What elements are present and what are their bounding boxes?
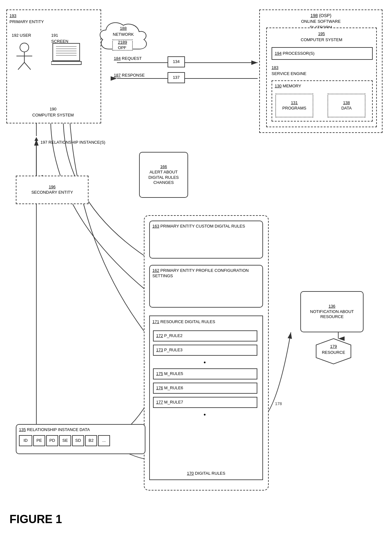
- profile-config-box: 162 PRIMARY ENTITY PROFILE CONFIGURATION…: [149, 265, 263, 308]
- network-label: 188 NETWORK: [104, 25, 142, 37]
- alert-box: 166 ALERT ABOUT DIGITAL RULES CHANGES: [139, 152, 188, 198]
- secondary-entity-box: 196 SECONDARY ENTITY: [16, 176, 89, 204]
- response-data-box: 137: [168, 72, 185, 83]
- request-data-box: 134: [168, 56, 185, 67]
- data-fields: ID PE PD SE SD B2 ...: [19, 435, 142, 446]
- field-sd: SD: [72, 435, 84, 446]
- p-rule3-box: 173 P_RULE3: [153, 345, 257, 356]
- memory-label: 130 MEMORY: [275, 83, 301, 89]
- m-rule5-box: 175 M_RULE5: [153, 368, 257, 379]
- svg-rect-23: [53, 43, 80, 61]
- processor-box: 194 PROCESSOR(S): [272, 47, 373, 60]
- computer-system-190-label: 190COMPUTER SYSTEM: [32, 106, 74, 118]
- primary-entity-box: 193 PRIMARY ENTITY 192 USER 191SCREEN: [6, 9, 101, 123]
- primary-entity-label: 193 PRIMARY ENTITY: [9, 13, 44, 25]
- resource-label: 179RESOURCE: [318, 343, 349, 355]
- m-rule7-box: 177 M_RULE7: [153, 397, 257, 408]
- computer-system-195-box: 195 COMPUTER SYSTEM 194 PROCESSOR(S) 183…: [266, 28, 377, 127]
- field-pd: PD: [46, 435, 58, 446]
- m-rule6-box: 176 M_RULE6: [153, 383, 257, 394]
- computer-system-195-label: 195 COMPUTER SYSTEM: [301, 31, 342, 43]
- osp-box: 198 (OSP) ONLINE SOFTWARE PLATFORM 195 C…: [259, 9, 383, 133]
- notification-box: 136NOTIFICATION ABOUT RESOURCE: [300, 291, 364, 332]
- field-b2: B2: [85, 435, 97, 446]
- digital-rules-label: 170 DIGITAL RULES: [187, 470, 225, 476]
- resource-hexagon: 179RESOURCE: [313, 337, 354, 366]
- service-engine-label: 183 SERVICE ENGINE: [272, 65, 306, 77]
- field-id: ID: [19, 435, 32, 446]
- field-pe: PE: [33, 435, 45, 446]
- field-se: SE: [59, 435, 71, 446]
- resource-digital-rules-box: 171 RESOURCE DIGITAL RULES 172 P_RULE2 1…: [149, 316, 263, 480]
- svg-text:178: 178: [275, 401, 282, 406]
- p-rule2-box: 172 P_RULE2: [153, 330, 257, 341]
- laptop-icon: [51, 42, 86, 67]
- person-icon: [15, 42, 34, 70]
- user-label: 192 USER: [12, 32, 31, 38]
- svg-marker-15: [34, 137, 38, 141]
- custom-rules-box: 163 PRIMARY ENTITY CUSTOM DIGITAL RULES: [149, 221, 263, 259]
- data-box: 138 DATA: [328, 94, 365, 117]
- rules-container: 163 PRIMARY ENTITY CUSTOM DIGITAL RULES …: [144, 215, 269, 491]
- figure-title: FIGURE 1: [9, 513, 62, 526]
- svg-line-21: [18, 62, 24, 70]
- dots1: •: [204, 359, 206, 366]
- programs-box: 131 PROGRAMS: [275, 94, 313, 117]
- dots2: •: [204, 411, 206, 418]
- relationship-instance-data-box: 135 RELATIONSHIP INSTANCE DATA ID PE PD …: [16, 424, 145, 454]
- field-dots: ...: [98, 435, 110, 446]
- opf-box: 2189OPF: [112, 40, 133, 51]
- svg-line-22: [24, 62, 31, 70]
- diagram: 171 178 198 (OSP) ONLINE SOFTWARE PLATFO…: [0, 0, 392, 538]
- relationship-instance-label: 197 RELATIONSHIP INSTANCE(S): [40, 139, 105, 145]
- memory-box: 130 MEMORY 131 PROGRAMS 138 DATA: [272, 80, 373, 122]
- svg-point-18: [20, 43, 29, 52]
- request-label: 184 REQUEST: [114, 55, 142, 61]
- svg-rect-24: [51, 61, 81, 65]
- response-label: 187 RESPONSE: [114, 72, 145, 78]
